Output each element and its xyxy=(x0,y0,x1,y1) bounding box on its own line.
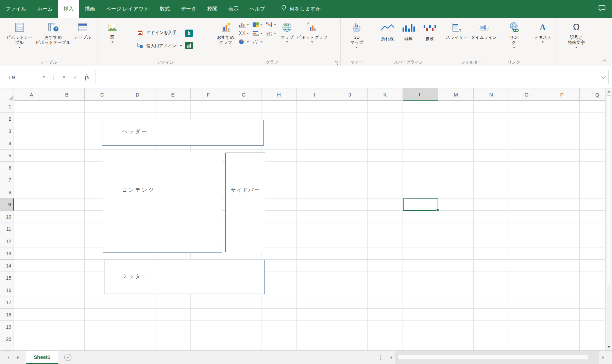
table-button[interactable]: テーブル xyxy=(72,18,93,60)
menu-tab-7[interactable]: 校閲 xyxy=(202,0,223,18)
maps-button[interactable]: マップ xyxy=(279,18,295,60)
column-header-J[interactable]: J xyxy=(332,88,368,101)
column-header-E[interactable]: E xyxy=(155,88,191,101)
tab-splitter-handle[interactable] xyxy=(380,355,381,360)
row-header-9[interactable]: 9 xyxy=(0,198,14,211)
column-header-G[interactable]: G xyxy=(226,88,261,101)
my-addins-button[interactable]: 個人用アドイン xyxy=(137,42,182,50)
row-header-1[interactable]: 1 xyxy=(0,101,14,113)
get-addins-button[interactable]: アドインを入手 xyxy=(137,29,182,37)
row-header-3[interactable]: 3 xyxy=(0,125,14,137)
people-graph-addin-button[interactable] xyxy=(185,42,193,49)
formula-input[interactable] xyxy=(96,70,609,84)
pivot-chart-button[interactable]: ピボットグラフ xyxy=(295,18,329,60)
column-header-H[interactable]: H xyxy=(261,88,297,101)
row-header-11[interactable]: 11 xyxy=(0,223,14,235)
column-header-I[interactable]: I xyxy=(297,88,332,101)
insert-scatter-chart-button[interactable] xyxy=(252,39,263,45)
menu-tab-6[interactable]: データ xyxy=(175,0,202,18)
sheet-tab-Sheet1[interactable]: Sheet1 xyxy=(26,351,58,364)
column-header-N[interactable]: N xyxy=(474,88,509,101)
shape-content[interactable]: コンテンツ xyxy=(103,152,222,253)
row-header-20[interactable]: 20 xyxy=(0,333,14,345)
column-header-P[interactable]: P xyxy=(544,88,580,101)
expand-formula-bar-icon[interactable] xyxy=(601,74,606,79)
tell-me[interactable]: 何をしますか xyxy=(281,0,321,18)
recommended-pivot-tables-button[interactable]: ? おすすめピボットテーブル xyxy=(34,18,72,60)
row-header-7[interactable]: 7 xyxy=(0,174,14,186)
name-box-dropdown[interactable] xyxy=(40,76,48,78)
row-header-12[interactable]: 12 xyxy=(0,235,14,247)
sparkline-line-button[interactable]: 折れ線 xyxy=(377,18,398,60)
row-header-18[interactable]: 18 xyxy=(0,309,14,321)
column-header-M[interactable]: M xyxy=(438,88,474,101)
insert-line-chart-button[interactable] xyxy=(238,30,250,36)
menu-tab-8[interactable]: 表示 xyxy=(223,0,244,18)
insert-pie-chart-button[interactable] xyxy=(238,39,250,45)
add-sheet-button[interactable]: + xyxy=(64,354,71,361)
selected-cell[interactable] xyxy=(403,198,438,211)
menu-tab-4[interactable]: ページ レイアウト xyxy=(100,0,154,18)
insert-column-chart-button[interactable] xyxy=(238,22,250,28)
menu-tab-2[interactable]: 挿入 xyxy=(58,0,79,18)
column-header-Q[interactable]: Q xyxy=(580,88,605,101)
scroll-up-button[interactable] xyxy=(606,88,612,95)
column-header-K[interactable]: K xyxy=(368,88,403,101)
name-box[interactable]: L9 xyxy=(5,70,48,84)
link-button[interactable]: リンク xyxy=(507,18,522,60)
bing-maps-addin-button[interactable]: b xyxy=(185,30,193,37)
column-header-C[interactable]: C xyxy=(85,88,120,101)
column-header-A[interactable]: A xyxy=(14,88,49,101)
symbols-button[interactable]: Ω 記号と特殊文字 xyxy=(566,18,586,60)
map-3d-button[interactable]: 3Dマップ xyxy=(348,18,365,60)
row-header-13[interactable]: 13 xyxy=(0,247,14,260)
collapse-ribbon-button[interactable] xyxy=(602,59,607,63)
column-header-B[interactable]: B xyxy=(49,88,85,101)
scroll-right-button[interactable] xyxy=(599,351,607,364)
column-header-L[interactable]: L xyxy=(403,88,438,101)
menu-tab-9[interactable]: ヘルプ xyxy=(244,0,270,18)
shape-header[interactable]: ヘッダー xyxy=(102,120,264,146)
insert-combo-chart-button[interactable] xyxy=(265,30,277,36)
shape-sidebar[interactable]: サイドバー xyxy=(225,153,265,252)
column-header-D[interactable]: D xyxy=(120,88,155,101)
shape-footer[interactable]: フッター xyxy=(104,260,265,294)
row-header-6[interactable]: 6 xyxy=(0,162,14,174)
row-header-19[interactable]: 19 xyxy=(0,321,14,333)
insert-waterfall-chart-button[interactable] xyxy=(265,22,277,28)
row-header-8[interactable]: 8 xyxy=(0,186,14,198)
column-header-O[interactable]: O xyxy=(509,88,544,101)
cancel-button[interactable]: × xyxy=(58,70,70,84)
pivot-table-button[interactable]: ピボットテーブル xyxy=(5,18,34,60)
scroll-left-button[interactable] xyxy=(387,351,395,364)
row-header-16[interactable]: 16 xyxy=(0,284,14,296)
previous-sheet-button[interactable] xyxy=(7,356,9,359)
horizontal-scrollbar-thumb[interactable] xyxy=(397,355,588,360)
illustrations-button[interactable]: 図 xyxy=(105,18,120,60)
select-all-button[interactable] xyxy=(0,88,14,101)
insert-bar-chart-button[interactable] xyxy=(252,30,263,36)
row-header-14[interactable]: 14 xyxy=(0,260,14,272)
sparkline-winloss-button[interactable]: 勝敗 xyxy=(419,18,440,60)
row-header-5[interactable]: 5 xyxy=(0,150,14,162)
recommended-charts-button[interactable]: おすすめグラフ xyxy=(215,18,236,60)
formula-bar-splitter[interactable] xyxy=(53,75,54,80)
insert-function-button[interactable]: fx xyxy=(81,70,93,84)
insert-hierarchy-chart-button[interactable] xyxy=(252,22,263,28)
row-header-21[interactable]: 21 xyxy=(0,345,14,350)
row-header-17[interactable]: 17 xyxy=(0,296,14,309)
column-header-F[interactable]: F xyxy=(191,88,226,101)
enter-button[interactable]: ✓ xyxy=(70,70,81,84)
row-header-2[interactable]: 2 xyxy=(0,113,14,125)
vertical-scrollbar-thumb[interactable] xyxy=(607,96,611,284)
scroll-down-button[interactable] xyxy=(606,344,612,350)
timeline-button[interactable]: タイムライン xyxy=(469,18,499,60)
row-header-15[interactable]: 15 xyxy=(0,272,14,284)
slicer-button[interactable]: スライサー xyxy=(444,18,469,60)
menu-tab-5[interactable]: 数式 xyxy=(154,0,175,18)
text-button[interactable]: A テキスト xyxy=(532,18,553,60)
menu-tab-3[interactable]: 描画 xyxy=(79,0,100,18)
row-header-10[interactable]: 10 xyxy=(0,211,14,223)
comments-icon[interactable] xyxy=(598,5,606,13)
charts-dialog-launcher[interactable] xyxy=(334,60,339,65)
